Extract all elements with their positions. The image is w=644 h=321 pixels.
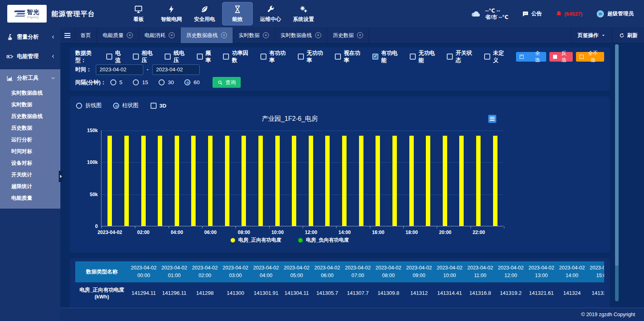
legend-label: 电房_负向有功电度 xyxy=(306,237,349,244)
sidebar-item[interactable]: 实时数据曲线 xyxy=(0,87,60,99)
tab-label: 电能质量 xyxy=(103,32,124,39)
tab-电能消耗[interactable]: 电能消耗× xyxy=(139,27,181,43)
line-chart-radio[interactable]: 折线图 xyxy=(76,102,102,109)
y-axis-tick-label: 50k xyxy=(80,192,98,197)
x-axis-tick xyxy=(101,226,102,228)
sidebar-item[interactable]: 历史数据 xyxy=(0,122,60,134)
bar-slot xyxy=(487,130,504,226)
column-date: 2023-04-02 xyxy=(192,264,218,272)
data-type-checkbox[interactable]: 视在功率 xyxy=(335,50,365,64)
x-axis-tick xyxy=(336,226,336,228)
interval-radio-30[interactable]: 30 xyxy=(159,79,174,85)
sidebar-item[interactable]: 时间对标 xyxy=(0,145,60,157)
legend-item[interactable]: 电房_正向有功电度 xyxy=(231,237,281,244)
chart-toolbox-icon[interactable] xyxy=(488,115,496,123)
data-type-checkbox[interactable]: 线电压 xyxy=(165,50,190,64)
table-cell: 141312 xyxy=(404,282,434,303)
tab-历史数据曲线[interactable]: 历史数据曲线× xyxy=(181,27,233,43)
close-icon[interactable]: × xyxy=(127,32,133,38)
close-icon[interactable]: × xyxy=(221,32,227,38)
nav-item-safe-power[interactable]: 安全用电 xyxy=(189,2,220,25)
sidebar-item[interactable]: 运行分析 xyxy=(0,134,60,145)
column-time: 05:00 xyxy=(290,272,303,280)
query-button[interactable]: 查询 xyxy=(213,77,241,88)
battery-icon xyxy=(6,53,13,60)
sidebar-collapse-handle[interactable] xyxy=(59,171,63,182)
user-menu[interactable]: 超级管理员 xyxy=(596,10,634,18)
scrollbar-thumb[interactable] xyxy=(615,44,619,266)
data-type-checkbox[interactable]: 有功功率 xyxy=(260,50,291,64)
radio-label: 30 xyxy=(168,79,174,85)
table-column-header: 2023-04-0208:00 xyxy=(373,261,404,282)
checkbox-icon xyxy=(223,54,229,60)
data-type-checkbox[interactable]: 无功功率 xyxy=(298,50,328,64)
nav-item-smart-grid[interactable]: 智能电网 xyxy=(156,2,187,25)
interval-radio-60[interactable]: 60 xyxy=(184,79,200,85)
nav-item-ops-center[interactable]: 运维中心 xyxy=(255,2,286,25)
sidebar-expanded-section: 分析工具实时数据曲线实时数据历史数据曲线历史数据运行分析时间对标设备对标开关统计… xyxy=(0,69,60,209)
weather-city: 省/市 --℃ xyxy=(485,14,509,20)
time-from-input[interactable] xyxy=(96,64,143,75)
sidebar-group-energy-mgmt[interactable]: 电能管理 xyxy=(0,47,60,66)
sidebar-item[interactable]: 越限统计 xyxy=(0,180,60,192)
tab-电能质量[interactable]: 电能质量× xyxy=(97,27,139,43)
refresh-button[interactable]: 刷新 xyxy=(612,27,644,43)
nav-item-energy-eff[interactable]: 能效 xyxy=(222,2,253,25)
nav-item-sys-config[interactable]: 系统设置 xyxy=(288,2,319,25)
query-label: 查询 xyxy=(225,79,236,86)
sidebar-item[interactable]: 历史数据曲线 xyxy=(0,110,60,122)
bar-chart-radio[interactable]: 柱状图 xyxy=(113,102,139,109)
x-axis-tick-label: 20:00 xyxy=(439,230,452,235)
notice-button[interactable]: 公告 xyxy=(522,10,542,17)
nav-item-label: 智能电网 xyxy=(161,16,182,23)
data-type-checkbox[interactable]: 频率 xyxy=(197,50,217,64)
invert-selection-button[interactable]: 反选 xyxy=(549,52,573,62)
data-type-checkbox[interactable]: 功率因数 xyxy=(223,50,254,64)
sidebar-item[interactable]: 实时数据 xyxy=(0,99,60,110)
x-axis-tick-label: 06:00 xyxy=(204,230,217,235)
interval-radio-15[interactable]: 15 xyxy=(133,79,148,85)
brand-name: 智光 xyxy=(27,9,40,15)
data-type-checkbox[interactable]: 有功电能 xyxy=(372,50,403,64)
data-type-checkbox[interactable]: 开关状态 xyxy=(447,50,477,64)
chart-plot-area[interactable]: 050k100k150k2023-04-0202:0004:0006:0008:… xyxy=(101,130,504,226)
tab-首页[interactable]: 首页 xyxy=(75,27,97,43)
alarm-button[interactable]: (64527) xyxy=(555,10,582,17)
select-all-button[interactable]: 全选 xyxy=(516,52,546,62)
threed-checkbox[interactable]: 3D xyxy=(151,103,166,109)
x-axis-tick xyxy=(504,226,504,228)
sidebar-item[interactable]: 设备对标 xyxy=(0,157,60,169)
close-icon[interactable]: × xyxy=(357,32,363,38)
bar xyxy=(476,136,481,226)
close-icon[interactable]: × xyxy=(315,32,321,38)
tab-实时数据[interactable]: 实时数据× xyxy=(233,27,275,43)
data-table: 数据类型名称2023-04-0200:002023-04-0201:002023… xyxy=(75,261,604,303)
legend-item[interactable]: 电房_负向有功电度 xyxy=(298,237,349,244)
sidebar-item[interactable]: 开关统计 xyxy=(0,169,60,180)
data-type-checkbox[interactable]: 无功电能 xyxy=(410,50,440,64)
bar-slot xyxy=(386,130,403,226)
tab-operations-dropdown[interactable]: 页签操作 xyxy=(571,27,612,43)
tab-历史数据[interactable]: 历史数据× xyxy=(327,27,369,43)
sidebar-group-analysis-tools[interactable]: 分析工具 xyxy=(0,69,60,87)
interval-radio-5[interactable]: 5 xyxy=(110,79,123,85)
sidebar-group-label: 电能管理 xyxy=(17,53,39,60)
close-icon[interactable]: × xyxy=(169,32,175,38)
nav-item-dashboard[interactable]: 看板 xyxy=(123,2,154,25)
menu-toggle-button[interactable] xyxy=(60,27,75,43)
select-none-button[interactable]: 全不选 xyxy=(576,52,604,62)
time-to-input[interactable] xyxy=(152,64,200,75)
checkbox-label: 频率 xyxy=(206,50,217,64)
data-type-checkbox[interactable]: 电流 xyxy=(106,50,126,64)
sidebar-group-demand-analysis[interactable]: 需量分析 xyxy=(0,27,60,47)
bar xyxy=(443,136,447,226)
close-icon[interactable]: × xyxy=(263,32,269,38)
data-type-checkbox[interactable]: 相电压 xyxy=(133,50,158,64)
table-cell: 141305.7 xyxy=(312,282,343,303)
checkbox-icon xyxy=(197,54,203,60)
content-scrollbar[interactable] xyxy=(615,44,619,301)
sidebar-item[interactable]: 电能质量 xyxy=(0,192,60,204)
brand-logo-icon xyxy=(14,10,25,17)
data-type-checkbox[interactable]: 未定义 xyxy=(484,50,509,64)
tab-实时数据曲线[interactable]: 实时数据曲线× xyxy=(275,27,327,43)
